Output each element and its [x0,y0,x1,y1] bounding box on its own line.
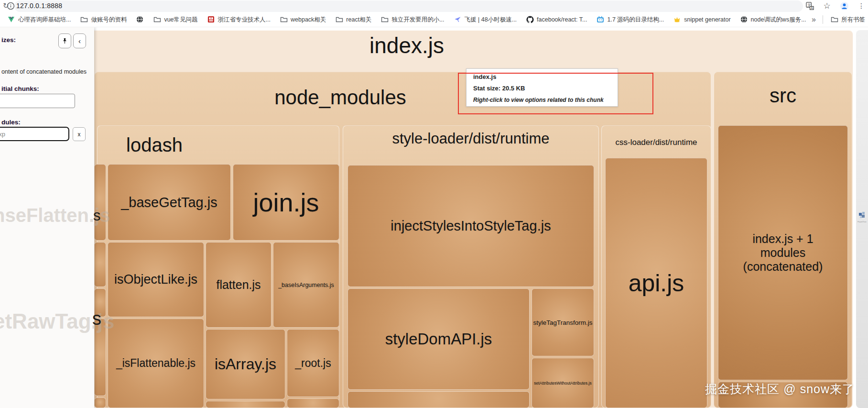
treemap-node-root[interactable]: _root.js [287,329,339,397]
bookmark-label: facebook/react: T... [537,16,587,23]
bookmark-item[interactable]: webpack相关 [277,15,329,25]
address-bar[interactable] [14,0,803,12]
treemap-node-partial[interactable] [94,242,106,287]
bookmark-item[interactable]: react相关 [333,15,374,25]
search-chunks-input[interactable] [0,94,75,108]
treemap-label-text: _root.js [295,357,331,370]
treemap-node-inject-styles[interactable]: injectStylesIntoStyleTag.js [347,165,594,287]
bookmark-item[interactable]: 心理咨询师基础培... [5,15,74,25]
folder-icon [336,16,343,23]
menu-dots-icon[interactable]: ⋮ [857,1,866,11]
bookmark-item[interactable]: snippet generator [671,15,733,24]
treemap-label-is-array: isArray.js [206,330,285,399]
bookmark-label: 浙江省专业技术人... [218,16,271,24]
treemap-label-src-concat: index.js + 1 modules (concatenated) [718,126,847,380]
toolbar-actions: 文A ☆ ⋮ [805,1,866,11]
treemap-node-is-array[interactable]: isArray.js [206,329,285,399]
folder-icon [280,16,288,23]
bookmark-item[interactable]: 独立开发要用的小... [378,15,447,25]
treemap-label-text: index.js + 1 modules (concatenated) [733,232,833,274]
bookmark-label: 独立开发要用的小... [391,16,444,24]
treemap-node-style-tag-transform[interactable]: styleTagTransform.js [532,288,594,356]
concatenated-modules-option-label: ontent of concatenated modules [1,68,87,75]
treemap-label-text: flatten.js [216,278,260,292]
treemap-label-join: join.js [233,165,339,240]
kite-icon [454,16,462,23]
browser-toolbar: ↻ 127.0.0.1:8888 文A ☆ ⋮ [0,0,868,12]
treemap-node-join[interactable]: join.js [233,164,339,241]
bookmark-label: snippet generator [684,16,730,23]
bookmarks-overflow-button[interactable]: » [810,15,818,24]
treemap-label-text: join.js [253,187,319,217]
red-annotation-rectangle [458,73,653,114]
bookmark-item[interactable]: 飞援 | 48小时极速... [451,15,520,25]
all-bookmarks-button[interactable]: 所有书签 [828,15,868,25]
bookmark-label: webpack相关 [291,16,326,24]
foamtree-logo[interactable]: FoamTree [857,211,867,223]
treemap-node-set-attributes[interactable]: setAttributesWithoutAttributes.js [532,358,594,408]
seal-red-icon [207,16,215,23]
search-modules-input[interactable] [0,127,69,141]
treemap-label-text: isObjectLike.js [114,272,197,287]
vue-icon [8,16,15,23]
treemap-node-partial[interactable] [206,401,285,408]
bookmark-item[interactable]: 浙江省专业技术人... [205,15,273,25]
treemap-label-is-flattenable: _isFlattenable.js [108,319,204,408]
profile-avatar-icon[interactable] [839,1,849,11]
folder-icon [831,16,838,23]
treemap-canvas[interactable]: index.jsnode_modulessrclodashstyle-loade… [0,0,868,408]
treemap-node-is-flattenable[interactable]: _isFlattenable.js [108,319,204,408]
site-info-icon[interactable] [7,2,15,12]
collapse-sidebar-button[interactable]: ‹ [73,33,86,48]
all-bookmarks-label: 所有书签 [841,16,865,24]
clear-search-button[interactable]: x [73,127,86,141]
chevron-left-icon: ‹ [78,37,81,45]
folder-icon [153,16,161,23]
bookmark-label: node调试的ws服务... [751,16,806,24]
treemap-node-style-dom-api[interactable]: styleDomAPI.js [347,288,530,390]
initial-chunks-label: itial chunks: [1,85,39,92]
translate-icon[interactable]: 文A [805,1,814,11]
bookmark-item[interactable]: 做账号的资料 [77,15,130,25]
treemap-node-partial[interactable] [94,164,106,241]
treemap-label-text: injectStylesIntoStyleTag.js [391,218,551,234]
clipped-module-label-tail: s [92,309,101,329]
treemap-label-chunk-index: index.js [369,33,444,58]
pushpin-icon [62,38,68,44]
clear-x-icon: x [78,131,81,138]
foamtree-logo-text: FoamTree [857,221,867,223]
bookmarks-bar-right: » 所有书签 [810,15,868,25]
bookmark-label: react相关 [346,16,371,24]
treemap-label-text: setAttributesWithoutAttributes.js [534,381,591,386]
url-text[interactable]: 127.0.0.1:8888 [16,2,62,10]
treemap-node-flatten[interactable]: flatten.js [206,242,271,328]
treemap-node-partial[interactable] [347,391,530,408]
treemap-node-base-is-arguments[interactable]: _baseIsArguments.js [273,242,339,328]
treemap-label-text: styleDomAPI.js [385,330,492,348]
bookmark-item[interactable]: facebook/react: T... [523,15,590,24]
globe-dark-icon [136,16,144,23]
treemap-label-is-object-like: isObjectLike.js [108,243,204,317]
treemap-label-flatten: flatten.js [206,243,271,327]
tv-blue-icon [597,16,604,23]
bookmark-label: vue常见问题 [164,16,197,24]
treemap-node-base-get-tag[interactable]: _baseGetTag.js [108,164,231,241]
globe-dark-icon [740,16,748,23]
treemap-node-is-object-like[interactable]: isObjectLike.js [108,242,204,317]
bookmarks-divider [823,15,823,24]
treemap-label-text: isArray.js [215,355,276,373]
bookmark-item[interactable] [133,15,147,24]
bookmarks-bar: 心理咨询师基础培...做账号的资料vue常见问题浙江省专业技术人...webpa… [0,12,868,27]
bookmark-item[interactable]: vue常见问题 [151,15,200,25]
bookmark-item[interactable]: 1.7 源码的目录结构... [594,15,667,25]
bookmark-item[interactable]: node调试的ws服务... [738,15,809,25]
treemap-node-api[interactable]: api.js [605,158,707,408]
bookmark-star-icon[interactable]: ☆ [822,1,832,11]
treemap-node-partial[interactable] [94,397,106,408]
treemap-node-src-concat[interactable]: index.js + 1 modules (concatenated) [718,125,848,380]
treemap-label-inject-styles: injectStylesIntoStyleTag.js [348,165,594,287]
treemap-label-text: _isFlattenable.js [116,357,195,370]
clipped-module-label-tail: s [93,207,101,224]
treemap-node-partial[interactable] [287,398,339,408]
pin-sidebar-button[interactable] [58,33,71,48]
